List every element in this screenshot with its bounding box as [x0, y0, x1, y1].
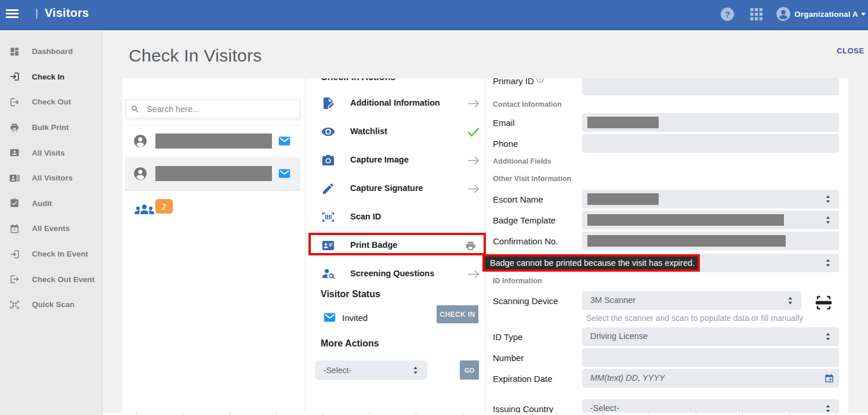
field-label-number: Number — [493, 353, 524, 363]
field-badge-template-select[interactable] — [582, 211, 839, 229]
sidebar-item-audit[interactable]: Audit — [0, 191, 102, 216]
capture-image-icon — [321, 153, 335, 167]
field-value-redacted — [587, 235, 786, 247]
apps-grid-icon[interactable] — [750, 8, 763, 21]
cutoff-tick — [696, 413, 696, 415]
check-out-icon — [9, 274, 20, 284]
sidebar-item-check-in[interactable]: Check In — [0, 64, 102, 90]
visitor-name-redacted — [155, 166, 272, 181]
action-row-screening-questions[interactable]: Screening Questions — [306, 262, 486, 286]
action-row-capture-signature[interactable]: Capture Signature — [306, 177, 486, 200]
cutoff-tick — [183, 413, 183, 415]
sidebar-item-label: All Events — [32, 224, 70, 233]
help-icon[interactable]: ? — [720, 7, 735, 21]
top-app-bar: | Visitors ? Organizational A — [0, 0, 868, 30]
cutoff-tick — [323, 413, 324, 415]
sidebar-item-dashboard[interactable]: Dashboard — [0, 39, 102, 64]
badge-error-tooltip: Badge cannot be printed because the visi… — [482, 254, 700, 272]
visitor-avatar-icon — [133, 133, 148, 149]
actions-panel-title: Check In Actions — [321, 78, 395, 82]
field-label-text: Number — [493, 353, 524, 363]
all-visits-icon — [9, 147, 20, 158]
field-label-text: Email — [493, 118, 515, 128]
sidebar-item-label: Check In — [32, 73, 64, 81]
field-expiration-date-input[interactable]: MM(text) DD, YYYY — [582, 369, 839, 388]
unfold-arrows-icon — [824, 194, 832, 204]
form-section-additional-fields: Additional Fields — [493, 157, 551, 165]
watchlist-icon — [321, 125, 335, 139]
action-row-additional-information[interactable]: Additional Information — [306, 92, 486, 115]
arrow-right-icon — [467, 97, 480, 110]
field-label-text: Escort Name — [493, 194, 543, 204]
mail-icon[interactable] — [278, 136, 290, 146]
sidebar-item-all-visitors[interactable]: All Visitors — [0, 165, 102, 191]
cutoff-tick — [789, 413, 790, 415]
field-scanning-device-select[interactable]: 3M Scanner — [582, 291, 801, 310]
printer-icon[interactable] — [465, 240, 476, 251]
field-primary-id-input[interactable] — [582, 78, 839, 95]
cutoff-tick — [416, 413, 416, 415]
go-button[interactable]: GO — [460, 360, 479, 380]
field-number-input[interactable] — [582, 348, 839, 367]
sidebar-item-quick-scan[interactable]: Quick Scan — [0, 292, 102, 317]
search-input[interactable] — [147, 104, 286, 114]
visitor-row[interactable] — [125, 125, 300, 157]
cutoff-tick — [136, 413, 137, 415]
print-badge-icon — [321, 239, 335, 252]
scan-id-icon — [321, 210, 335, 224]
visitor-group-icon[interactable] — [134, 202, 155, 217]
calendar-icon[interactable] — [824, 373, 834, 384]
visitor-status-value: Invited — [342, 313, 368, 323]
dashboard-icon — [9, 46, 20, 57]
check-in-button[interactable]: CHECK IN — [437, 305, 478, 323]
unfold-arrows-icon — [824, 332, 832, 341]
field-label-email: Email — [493, 118, 515, 128]
info-icon[interactable] — [536, 78, 544, 83]
unfold-arrows-icon — [786, 296, 794, 305]
list-divider — [125, 120, 300, 120]
sidebar-item-check-out-event[interactable]: Check Out Event — [0, 266, 102, 292]
sidebar-item-label: Bulk Print — [32, 123, 69, 132]
organization-switcher[interactable]: Organizational A — [794, 10, 866, 19]
field-issuing-country-select[interactable]: -Select- — [582, 399, 839, 413]
hamburger-menu-icon[interactable] — [6, 9, 19, 18]
arrow-right-icon — [467, 154, 480, 167]
form-section-id-information: ID Information — [493, 277, 542, 285]
cutoff-tick — [556, 413, 557, 415]
sidebar-item-check-out[interactable]: Check Out — [0, 89, 102, 115]
field-phone-input[interactable] — [582, 134, 839, 153]
field-escort-name-select[interactable] — [582, 190, 839, 208]
visitor-row[interactable] — [125, 158, 300, 190]
search-icon — [130, 104, 140, 114]
close-button[interactable]: CLOSE — [837, 46, 865, 55]
field-label-text: Expiration Date — [493, 374, 553, 384]
sidebar-item-bulk-print[interactable]: Bulk Print — [0, 115, 102, 140]
field-label-text: Primary ID — [493, 78, 534, 86]
field-email-input[interactable] — [582, 113, 839, 132]
field-confirmation-no-input[interactable] — [582, 232, 839, 250]
action-row-capture-image[interactable]: Capture Image — [306, 149, 486, 172]
field-id-type-select[interactable]: Driving License — [582, 327, 839, 346]
sidebar-item-all-visits[interactable]: All Visits — [0, 140, 102, 165]
cutoff-tick — [276, 413, 277, 415]
sidebar-item-label: Check Out — [32, 98, 71, 106]
mail-icon[interactable] — [278, 169, 290, 178]
sidebar-item-check-in-event[interactable]: Check In Event — [0, 241, 102, 267]
action-row-scan-id[interactable]: Scan ID — [306, 205, 486, 229]
visitor-avatar-icon — [133, 166, 148, 181]
form-section-other-visit-information: Other Visit Information — [493, 175, 571, 183]
field-placeholder: MM(text) DD, YYYY — [590, 373, 665, 382]
scan-frame-icon[interactable] — [815, 294, 833, 312]
bulk-print-icon — [9, 122, 20, 133]
sidebar-item-all-events[interactable]: All Events — [0, 216, 102, 241]
field-label-text: Phone — [493, 139, 518, 149]
field-value: 3M Scanner — [590, 295, 635, 305]
cutoff-tick — [836, 413, 836, 415]
more-actions-select[interactable]: -Select- — [315, 360, 427, 380]
action-row-print-badge[interactable]: Print Badge — [306, 234, 486, 257]
user-avatar-icon[interactable] — [776, 6, 791, 21]
visitor-count-badge[interactable]: 2 — [155, 199, 173, 214]
field-label-issuing-country: Issuing Country — [493, 404, 553, 413]
action-row-watchlist[interactable]: Watchlist — [306, 120, 486, 143]
field-label-text: Badge Template — [493, 215, 555, 225]
